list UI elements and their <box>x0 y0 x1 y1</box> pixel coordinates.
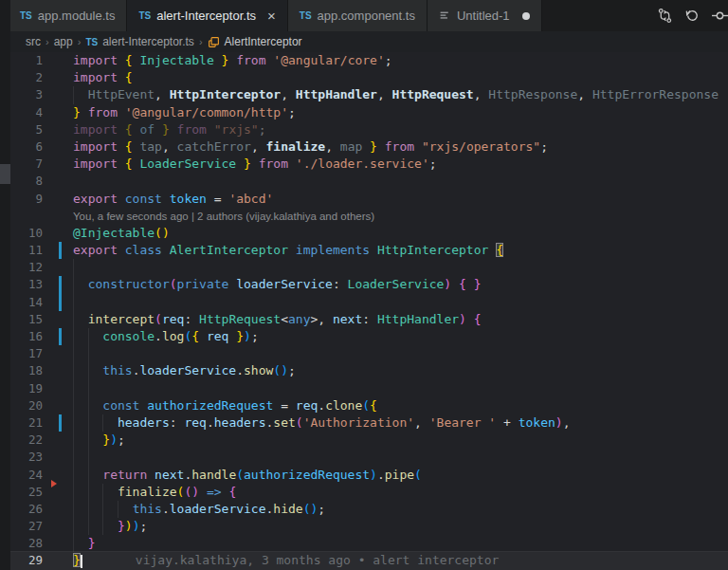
token: handle <box>191 468 236 482</box>
code-content: HttpEvent, HttpInterceptor, HttpHandler,… <box>71 86 728 103</box>
token: ; <box>318 502 325 516</box>
code-line[interactable]: 23 <box>0 449 728 466</box>
code-line[interactable]: 14 <box>0 294 728 311</box>
token: , <box>251 139 266 154</box>
token: import <box>73 139 125 154</box>
token: map <box>340 139 362 154</box>
gitlens-blame-text: You, a few seconds ago | 2 authors (vija… <box>73 211 374 222</box>
token <box>73 485 118 499</box>
code-line[interactable]: 22 }); <box>0 432 728 449</box>
close-icon[interactable]: × <box>267 9 276 23</box>
indent-guide <box>73 294 74 311</box>
tab-app-component-ts[interactable]: TSapp.component.ts <box>288 0 428 31</box>
token: , <box>155 87 170 101</box>
code-line[interactable]: 6import { tap, catchError, finalize, map… <box>0 138 728 156</box>
scrollbar-thumb[interactable] <box>0 164 10 184</box>
token: this <box>102 363 132 377</box>
gutter <box>43 86 71 103</box>
token: , <box>281 87 296 101</box>
code-content: console.log({ req }); <box>71 328 728 345</box>
tab-app-module-ts[interactable]: TSapp.module.ts <box>9 0 127 31</box>
indent-guide <box>73 362 74 379</box>
tab-untitled-1[interactable]: Untitled-1 <box>428 0 542 31</box>
code-line[interactable]: 3 HttpEvent, HttpInterceptor, HttpHandle… <box>0 86 728 103</box>
breadcrumb-item-src[interactable]: src <box>26 35 41 48</box>
token <box>451 277 459 291</box>
token: console <box>102 329 155 343</box>
token: } <box>118 519 125 533</box>
indent-guide <box>73 86 74 103</box>
token <box>73 415 118 430</box>
code-line[interactable]: 26 this.loaderService.hide(); <box>0 501 728 518</box>
token: => <box>207 485 222 499</box>
code-line[interactable]: 7import { LoaderService } from './loader… <box>0 156 728 173</box>
token: { <box>474 312 482 326</box>
breadcrumb-item-app[interactable]: app <box>54 35 73 48</box>
code-editor[interactable]: 1import { Injectable } from '@angular/co… <box>0 52 728 570</box>
git-commit-icon[interactable] <box>712 8 728 24</box>
token: from <box>170 122 214 137</box>
code-line[interactable]: 24 return next.handle(authorizedRequest)… <box>0 467 728 484</box>
code-line[interactable]: 2import { <box>0 69 728 86</box>
text-file-icon <box>439 9 451 22</box>
class-symbol-icon <box>208 36 220 48</box>
code-line[interactable]: 29}vijay.kalathiya, 3 months ago • alert… <box>0 552 728 569</box>
code-line[interactable]: 1import { Injectable } from '@angular/co… <box>0 52 728 69</box>
code-line[interactable]: 27 })); <box>0 518 728 535</box>
code-line[interactable]: 18 this.loaderService.show(); <box>0 362 728 379</box>
tab-alert-interceptor-ts[interactable]: TSalert-Interceptor.ts× <box>127 0 287 31</box>
code-line[interactable]: 10@Injectable() <box>0 225 728 242</box>
code-line[interactable]: 19 <box>0 380 728 397</box>
token: ( <box>362 398 370 413</box>
indent-guide <box>73 467 74 484</box>
code-line[interactable]: 4} from '@angular/common/http'; <box>0 104 728 121</box>
code-line[interactable]: 5import { of } from "rxjs"; <box>0 121 728 138</box>
code-content <box>71 294 728 311</box>
code-line[interactable]: 25 finalize(() => { <box>0 484 728 501</box>
breadcrumb-item-file[interactable]: alert-Interceptor.ts <box>102 35 194 48</box>
token: loaderService <box>139 363 236 377</box>
token: : <box>184 312 199 326</box>
gutter <box>43 156 71 173</box>
gutter <box>43 518 71 535</box>
code-line[interactable]: 11export class AlertInterceptor implemen… <box>0 242 728 259</box>
indent-guide <box>88 467 89 484</box>
token: . <box>236 363 244 377</box>
token: () <box>184 485 199 499</box>
token: import <box>73 70 125 84</box>
token <box>73 312 88 326</box>
breadcrumb-item-symbol[interactable]: AlertInterceptor <box>225 35 302 48</box>
code-line[interactable]: 12 <box>0 259 728 276</box>
breadcrumb: src›app›TSalert-Interceptor.ts›AlertInte… <box>10 31 728 52</box>
gutter <box>43 294 71 311</box>
code-content <box>71 380 728 397</box>
code-line[interactable]: 9export const token = 'abcd' <box>0 191 728 208</box>
token: ; <box>118 432 125 447</box>
token: ; <box>251 329 259 343</box>
git-compare-icon[interactable] <box>657 8 673 24</box>
code-line[interactable]: 16 console.log({ req }); <box>0 328 728 345</box>
dirty-indicator[interactable] <box>522 12 530 20</box>
token: , <box>325 139 340 154</box>
token: catchError <box>177 139 251 154</box>
discard-changes-icon[interactable] <box>684 8 701 24</box>
code-line[interactable]: 28 } <box>0 535 728 552</box>
code-line[interactable]: 13 constructor(private loaderService: Lo… <box>0 276 728 293</box>
code-line[interactable]: 21 headers: req.headers.set('Authorizati… <box>0 414 728 432</box>
code-line[interactable]: 17 <box>0 345 728 362</box>
token: HttpHandler <box>296 87 377 101</box>
token: LoaderService <box>139 156 236 171</box>
token: ( <box>414 468 422 482</box>
code-line[interactable]: 8 <box>0 173 728 190</box>
indent-guide <box>88 414 89 432</box>
token: "rxjs" <box>214 122 259 137</box>
token: < <box>281 312 288 326</box>
blame-annotation-row[interactable]: You, a few seconds ago | 2 authors (vija… <box>0 208 728 225</box>
code-line[interactable]: 15 intercept(req: HttpRequest<any>, next… <box>0 311 728 328</box>
code-content: import { <box>71 69 728 86</box>
token: } <box>155 122 170 137</box>
indent-guide <box>102 484 103 501</box>
code-line[interactable]: 20 const authorizedRequest = req.clone({ <box>0 397 728 414</box>
token: HttpInterceptor <box>170 87 281 101</box>
code-content: const authorizedRequest = req.clone({ <box>71 397 728 414</box>
